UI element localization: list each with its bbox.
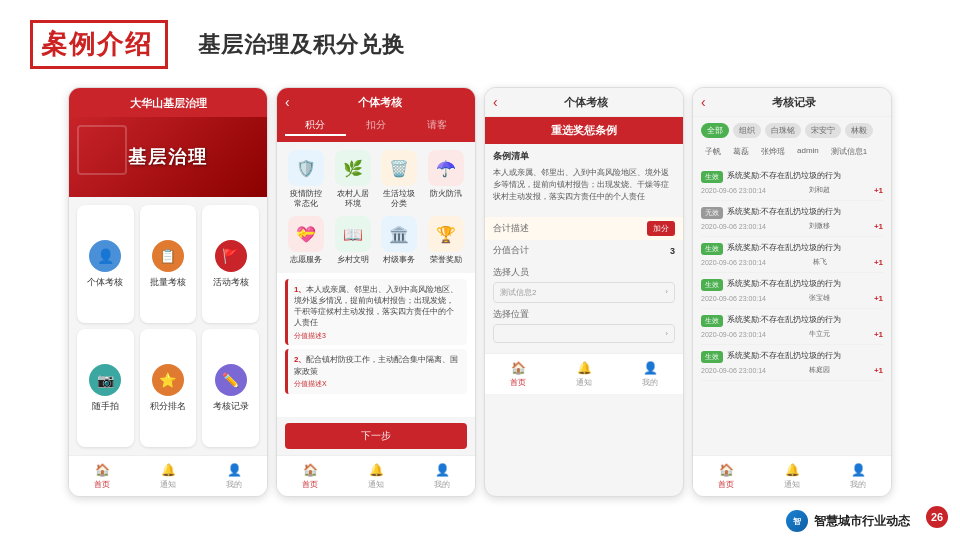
rural-icon: 🌿 <box>335 150 371 186</box>
s2-nav-notice[interactable]: 🔔 通知 <box>343 460 409 492</box>
s2-icon-honor[interactable]: 🏆 荣誉奖励 <box>425 216 468 265</box>
s3-header-title: 个体考核 <box>498 95 675 110</box>
s1-nav-home[interactable]: 🏠 首页 <box>69 460 135 492</box>
grid-label-6: 考核记录 <box>213 400 249 413</box>
s2-mine-icon: 👤 <box>434 462 450 478</box>
s2-icon-volunteer[interactable]: 💝 志愿服务 <box>285 216 328 265</box>
s2-back-icon[interactable]: ‹ <box>285 94 290 110</box>
s2-icon-village[interactable]: 📖 乡村文明 <box>332 216 375 265</box>
grid-item-5[interactable]: ⭐ 积分排名 <box>140 329 197 447</box>
tag-all[interactable]: 全部 <box>701 123 729 138</box>
screen4: ‹ 考核记录 全部 组织 白珠铭 宋安宁 林毅 子帆 葛磊 张烨瑶 admin … <box>692 87 892 497</box>
s3-score-label: 合计描述 <box>493 222 529 235</box>
s3-select-person-arrow: › <box>665 287 668 298</box>
s3-select-person-box[interactable]: 测试信息2 › <box>493 282 675 303</box>
s2-header-title: 个体考核 <box>294 95 467 110</box>
s4-nav-notice[interactable]: 🔔 通知 <box>759 460 825 492</box>
epidemic-icon: 🛡️ <box>288 150 324 186</box>
s4-nav-mine[interactable]: 👤 我的 <box>825 460 891 492</box>
s4-badge-4: 生效 <box>701 279 723 291</box>
s3-total-label: 分值合计 <box>493 244 529 257</box>
s4-header-title: 考核记录 <box>706 95 883 110</box>
grid-item-3[interactable]: 🚩 活动考核 <box>202 205 259 323</box>
tag-person1[interactable]: 白珠铭 <box>765 123 801 138</box>
brand-logo: 智 <box>786 510 808 532</box>
grid-item-6[interactable]: ✏️ 考核记录 <box>202 329 259 447</box>
s2-notice-icon: 🔔 <box>368 462 384 478</box>
s3-total-row: 分值合计 3 <box>485 240 683 261</box>
s3-home-icon: 🏠 <box>510 360 526 376</box>
s4-list: 生效 系统奖励:不存在乱扔垃圾的行为 2020-09-06 23:00:14 刘… <box>693 165 891 455</box>
s3-bottom-nav: 🏠 首页 🔔 通知 👤 我的 <box>485 353 683 394</box>
s1-nav-notice[interactable]: 🔔 通知 <box>135 460 201 492</box>
s4-notice-icon: 🔔 <box>784 462 800 478</box>
sub-tag-1[interactable]: 子帆 <box>701 144 725 159</box>
s2-icon-epidemic[interactable]: 🛡️ 疫情防控常态化 <box>285 150 328 208</box>
s2-icon-affairs[interactable]: 🏛️ 村级事务 <box>378 216 421 265</box>
tag-group[interactable]: 组织 <box>733 123 761 138</box>
page-number: 26 <box>926 506 948 528</box>
s3-case-list-title: 条例清单 <box>493 150 675 163</box>
case-intro-label: 案例介绍 <box>41 27 153 62</box>
grid-item-4[interactable]: 📷 随手拍 <box>77 329 134 447</box>
village-icon: 📖 <box>335 216 371 252</box>
grid-item-2[interactable]: 📋 批量考核 <box>140 205 197 323</box>
s4-list-item-6: 生效 系统奖励:不存在乱扔垃圾的行为 2020-09-06 23:00:14 栋… <box>701 345 883 381</box>
s3-nav-home[interactable]: 🏠 首页 <box>485 358 551 390</box>
s3-select-location-box[interactable]: › <box>493 324 675 343</box>
sub-tag-5[interactable]: 测试信息1 <box>827 144 871 159</box>
home-icon: 🏠 <box>94 462 110 478</box>
header: 案例介绍 基层治理及积分兑换 <box>30 20 930 69</box>
s2-next-btn[interactable]: 下一步 <box>285 423 467 449</box>
sub-tag-4[interactable]: admin <box>793 144 823 159</box>
garbage-icon: 🗑️ <box>381 150 417 186</box>
s2-tabs: 积分 扣分 请客 <box>277 116 475 142</box>
sub-tag-3[interactable]: 张烨瑶 <box>757 144 789 159</box>
s1-nav-title: 大华山基层治理 <box>69 88 267 117</box>
s3-notice-icon: 🔔 <box>576 360 592 376</box>
s4-list-item-1: 生效 系统奖励:不存在乱扔垃圾的行为 2020-09-06 23:00:14 刘… <box>701 165 883 201</box>
s3-red-bar: 重选奖惩条例 <box>485 117 683 144</box>
grid-label-3: 活动考核 <box>213 276 249 289</box>
grid-icon-2: 📋 <box>152 240 184 272</box>
s2-tab-deduct[interactable]: 扣分 <box>346 116 407 136</box>
grid-icon-5: ⭐ <box>152 364 184 396</box>
grid-item-1[interactable]: 👤 个体考核 <box>77 205 134 323</box>
s3-score-btn[interactable]: 加分 <box>647 221 675 236</box>
s2-nav-mine[interactable]: 👤 我的 <box>409 460 475 492</box>
s3-nav-notice[interactable]: 🔔 通知 <box>551 358 617 390</box>
mine-icon: 👤 <box>226 462 242 478</box>
s1-bottom-nav: 🏠 首页 🔔 通知 👤 我的 <box>69 455 267 496</box>
s4-mine-icon: 👤 <box>850 462 866 478</box>
s2-tab-other[interactable]: 请客 <box>406 116 467 136</box>
s4-badge-3: 生效 <box>701 243 723 255</box>
s4-badge-6: 生效 <box>701 351 723 363</box>
s2-icon-rural[interactable]: 🌿 农村人居环境 <box>332 150 375 208</box>
s3-header: ‹ 个体考核 <box>485 88 683 117</box>
s4-bottom-nav: 🏠 首页 🔔 通知 👤 我的 <box>693 455 891 496</box>
s2-icon-fire[interactable]: ☂️ 防火防汛 <box>425 150 468 208</box>
grid-icon-6: ✏️ <box>215 364 247 396</box>
honor-icon: 🏆 <box>428 216 464 252</box>
grid-icon-3: 🚩 <box>215 240 247 272</box>
s4-list-item-5: 生效 系统奖励:不存在乱扔垃圾的行为 2020-09-06 23:00:14 牛… <box>701 309 883 345</box>
tag-person2[interactable]: 宋安宁 <box>805 123 841 138</box>
s2-tab-score[interactable]: 积分 <box>285 116 346 136</box>
s3-select-location-title: 选择位置 <box>493 308 675 321</box>
s4-tags: 全部 组织 白珠铭 宋安宁 林毅 <box>693 117 891 144</box>
grid-label-4: 随手拍 <box>92 400 119 413</box>
s4-nav-home[interactable]: 🏠 首页 <box>693 460 759 492</box>
grid-icon-1: 👤 <box>89 240 121 272</box>
s1-nav-mine[interactable]: 👤 我的 <box>201 460 267 492</box>
s2-nav-home[interactable]: 🏠 首页 <box>277 460 343 492</box>
tag-person3[interactable]: 林毅 <box>845 123 873 138</box>
s4-badge-5: 生效 <box>701 315 723 327</box>
s2-icon-garbage[interactable]: 🗑️ 生活垃圾分类 <box>378 150 421 208</box>
s1-grid: 👤 个体考核 📋 批量考核 🚩 活动考核 📷 随手拍 ⭐ 积分排名 <box>69 197 267 455</box>
sub-tag-2[interactable]: 葛磊 <box>729 144 753 159</box>
s4-badge-row-1: 生效 系统奖励:不存在乱扔垃圾的行为 <box>701 170 883 183</box>
s4-badge-1: 生效 <box>701 171 723 183</box>
s4-list-item-4: 生效 系统奖励:不存在乱扔垃圾的行为 2020-09-06 23:00:14 张… <box>701 273 883 309</box>
s3-nav-mine[interactable]: 👤 我的 <box>617 358 683 390</box>
s2-icons-grid-1: 🛡️ 疫情防控常态化 🌿 农村人居环境 🗑️ 生活垃圾分类 ☂️ 防火防汛 <box>277 142 475 216</box>
